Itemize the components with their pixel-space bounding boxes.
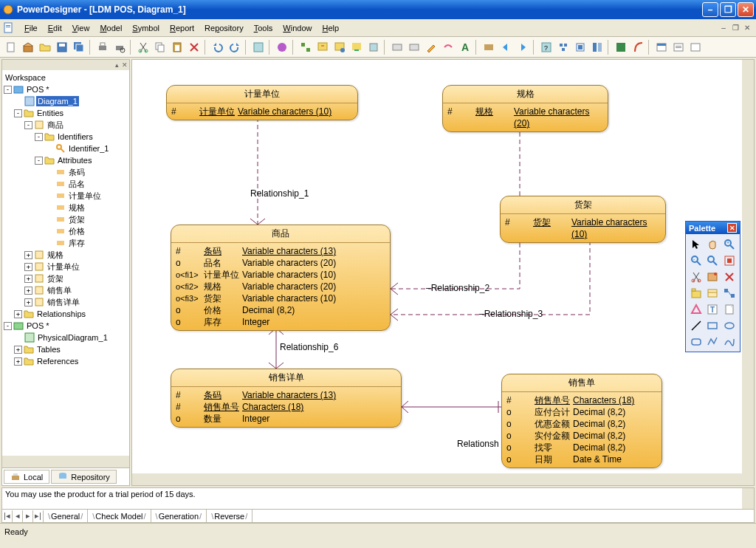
edit-tool[interactable] xyxy=(423,39,439,55)
tb15[interactable] xyxy=(630,39,646,55)
entity-tool[interactable] xyxy=(705,285,721,301)
find-button[interactable] xyxy=(250,39,267,55)
tree-identifiers[interactable]: Identifiers xyxy=(56,131,94,142)
rel-label-6[interactable]: Relationship_6 xyxy=(280,342,338,352)
tree-attr-hj[interactable]: 货架 xyxy=(67,213,86,226)
entity-hj[interactable]: 货架 #货架Variable characters (10) xyxy=(500,196,666,243)
file-tool[interactable] xyxy=(721,301,737,317)
tree-entity-sp[interactable]: 商品 xyxy=(46,119,65,131)
tree-identifier1[interactable]: Identifier_1 xyxy=(67,143,110,154)
zoom-tool[interactable] xyxy=(705,253,721,268)
tree-references[interactable]: References xyxy=(35,356,80,366)
tb4[interactable] xyxy=(348,39,365,55)
tb16[interactable] xyxy=(653,39,670,55)
menu-view[interactable]: View xyxy=(67,22,95,34)
tb1[interactable] xyxy=(298,39,314,55)
tb17[interactable] xyxy=(670,39,687,55)
tb5[interactable] xyxy=(365,39,382,55)
menu-model[interactable]: Model xyxy=(94,22,127,34)
polyline-tool[interactable] xyxy=(705,334,721,349)
output-nav-prev[interactable]: ◂ xyxy=(13,510,23,522)
canvas-vscroll[interactable] xyxy=(742,60,754,485)
arrow-left[interactable] xyxy=(498,39,514,55)
output-tab-general[interactable]: General xyxy=(44,510,88,522)
output-nav-last[interactable]: ▸| xyxy=(33,510,44,522)
delete-button[interactable] xyxy=(186,39,202,55)
tree-model-pos1[interactable]: POS * xyxy=(25,84,51,95)
diagram-canvas[interactable]: Relationship_1 –Relationship_2 –Relation… xyxy=(131,59,755,486)
output-tab-rev[interactable]: Reverse xyxy=(207,510,252,522)
delete-tool[interactable] xyxy=(721,269,737,284)
mdi-close-icon[interactable]: ✕ xyxy=(741,23,753,33)
rel-label-3[interactable]: –Relationship_3 xyxy=(479,309,543,319)
menu-help[interactable]: Help xyxy=(317,22,344,34)
cut-tool[interactable] xyxy=(688,269,704,284)
entity-gg[interactable]: 规格 #规格Variable characters (20) xyxy=(442,85,608,132)
output-tab-check[interactable]: Check Model xyxy=(88,510,151,522)
tb14[interactable] xyxy=(613,39,629,55)
tree-ent-jldw[interactable]: 计量单位 xyxy=(46,261,81,273)
tree-attr-tm[interactable]: 条码 xyxy=(67,166,86,179)
output-tab-gen[interactable]: Generation xyxy=(151,510,207,522)
sidebar-hscroll[interactable] xyxy=(2,456,129,467)
save-all-button[interactable] xyxy=(71,39,87,55)
tree-attr-jg[interactable]: 价格 xyxy=(67,225,86,238)
tb2[interactable] xyxy=(315,39,331,55)
pointer-tool[interactable] xyxy=(688,236,704,252)
print-preview-button[interactable] xyxy=(111,39,128,55)
tree-entities[interactable]: Entities xyxy=(35,108,65,118)
tree-model-pos2[interactable]: POS * xyxy=(25,321,51,331)
rel-label-2[interactable]: –Relationship_2 xyxy=(426,283,489,293)
paste-button[interactable] xyxy=(169,39,185,55)
menu-file[interactable]: File xyxy=(19,22,43,34)
maximize-button[interactable]: ❐ xyxy=(720,2,736,17)
minimize-button[interactable]: – xyxy=(702,2,718,17)
roundrect-tool[interactable] xyxy=(688,334,704,349)
tb8[interactable] xyxy=(440,39,456,55)
canvas-hscroll[interactable] xyxy=(132,473,742,485)
tb7[interactable] xyxy=(406,39,422,55)
menu-report[interactable]: Report xyxy=(165,22,199,34)
tree-ent-xsd[interactable]: 销售单 xyxy=(46,284,73,297)
tree-attr-gg[interactable]: 规格 xyxy=(67,202,86,214)
new-model-button[interactable] xyxy=(20,39,36,55)
mdi-minimize-icon[interactable]: – xyxy=(718,23,729,33)
tree-attr-pm[interactable]: 品名 xyxy=(67,178,86,191)
tb3[interactable] xyxy=(331,39,348,55)
menu-symbol[interactable]: Symbol xyxy=(127,22,165,34)
tb12[interactable] xyxy=(572,39,588,55)
undo-button[interactable] xyxy=(210,39,226,55)
rect-tool[interactable] xyxy=(705,318,721,333)
save-button[interactable] xyxy=(54,39,70,55)
open-button[interactable] xyxy=(37,39,53,55)
properties-button[interactable] xyxy=(274,39,290,55)
curve-tool[interactable] xyxy=(721,334,737,349)
output-nav-first[interactable]: |◂ xyxy=(2,510,13,522)
tree-physical-diagram[interactable]: PhysicalDiagram_1 xyxy=(36,332,109,343)
ellipse-tool[interactable] xyxy=(721,318,737,333)
zoom-in-tool[interactable]: + xyxy=(721,236,737,252)
note-tool[interactable]: T xyxy=(705,301,721,317)
menu-repository[interactable]: Repository xyxy=(199,22,249,34)
menu-window[interactable]: Window xyxy=(278,22,317,34)
tree-workspace[interactable]: Workspace xyxy=(4,72,47,83)
tb18[interactable] xyxy=(687,39,704,55)
rel-label-1[interactable]: Relationship_1 xyxy=(250,188,309,199)
dock-icon[interactable]: ▴ xyxy=(115,61,119,69)
tree-attr-kc[interactable]: 库存 xyxy=(67,237,86,250)
tree-ent-hj[interactable]: 货架 xyxy=(46,273,65,285)
menu-edit[interactable]: Edit xyxy=(43,22,67,34)
tree-diagram1[interactable]: Diagram_1 xyxy=(36,96,79,106)
entity-sp[interactable]: 商品 #条码Variable characters (13) o品名Variab… xyxy=(171,225,391,331)
sidebar-close-icon[interactable]: ✕ xyxy=(122,61,128,69)
output-vscroll[interactable] xyxy=(742,488,754,509)
entity-jldw[interactable]: 计量单位 #计量单位Variable characters (10) xyxy=(166,85,358,120)
tree-view[interactable]: Workspace -POS * Diagram_1 -Entities -商品… xyxy=(2,70,129,456)
sidebar-tab-repository[interactable]: Repository xyxy=(51,470,117,484)
tb10[interactable]: ? xyxy=(538,39,554,55)
new-button[interactable] xyxy=(3,39,19,55)
cut-button[interactable] xyxy=(135,39,151,55)
entity-xsd[interactable]: 销售单 #销售单号Characters (18) o应付合计Decimal (8… xyxy=(501,374,662,468)
grab-tool[interactable] xyxy=(705,236,721,252)
tree-attributes[interactable]: Attributes xyxy=(56,155,93,165)
